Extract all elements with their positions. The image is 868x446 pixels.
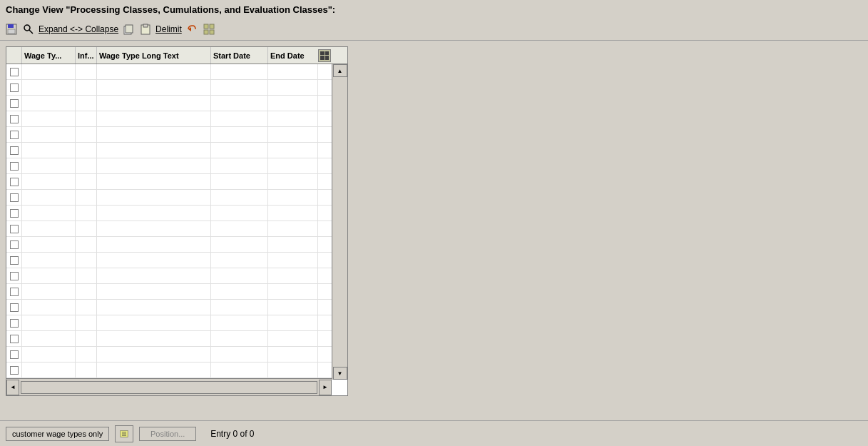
table-cell xyxy=(268,174,318,189)
table-cell xyxy=(211,300,268,315)
scroll-up-btn[interactable]: ▲ xyxy=(333,64,347,77)
table-row[interactable] xyxy=(6,268,347,284)
table-cell xyxy=(97,237,211,252)
table-cell xyxy=(97,315,211,330)
row-checkbox[interactable] xyxy=(6,158,22,173)
save-icon[interactable] xyxy=(4,22,19,36)
table-cell xyxy=(268,80,318,95)
table-row[interactable] xyxy=(6,363,347,378)
table-row[interactable] xyxy=(6,158,347,174)
table-cell xyxy=(211,221,268,236)
table-row[interactable] xyxy=(6,221,347,237)
scroll-right-btn[interactable]: ► xyxy=(319,380,332,395)
row-checkbox[interactable] xyxy=(6,300,22,315)
table-cell xyxy=(76,206,97,221)
svg-rect-12 xyxy=(204,30,208,34)
table-row[interactable] xyxy=(6,96,347,111)
table-cell xyxy=(268,221,318,236)
delimit-label[interactable]: Delimit xyxy=(155,24,182,34)
table-cell xyxy=(211,143,268,158)
copy-icon[interactable] xyxy=(121,22,136,36)
table-cell xyxy=(22,80,76,95)
row-checkbox[interactable] xyxy=(6,284,22,299)
table-cell xyxy=(211,268,268,283)
table-row[interactable] xyxy=(6,315,347,331)
table-cell xyxy=(22,96,76,111)
table-cell xyxy=(211,331,268,346)
row-checkbox[interactable] xyxy=(6,111,22,126)
search-icon[interactable] xyxy=(21,22,36,36)
table-cell xyxy=(97,284,211,299)
row-checkbox[interactable] xyxy=(6,253,22,268)
settings-icon[interactable] xyxy=(202,22,216,36)
scroll-down-btn[interactable]: ▼ xyxy=(333,367,347,380)
row-checkbox[interactable] xyxy=(6,315,22,330)
undo-icon[interactable] xyxy=(185,22,199,36)
table-cell xyxy=(97,268,211,283)
svg-rect-2 xyxy=(8,29,15,34)
table-cell xyxy=(97,127,211,142)
header-wage-type: Wage Ty... xyxy=(22,47,76,64)
header-long-text: Wage Type Long Text xyxy=(97,47,211,64)
table-cell xyxy=(97,331,211,346)
table-row[interactable] xyxy=(6,143,347,158)
table-cell xyxy=(22,363,76,377)
row-checkbox[interactable] xyxy=(6,363,22,377)
row-checkbox[interactable] xyxy=(6,268,22,283)
table-cell xyxy=(211,237,268,252)
row-checkbox[interactable] xyxy=(6,221,22,236)
customer-wage-types-button[interactable]: customer wage types only xyxy=(6,427,109,441)
table-row[interactable] xyxy=(6,331,347,347)
table-cell xyxy=(211,347,268,362)
table-cell xyxy=(97,111,211,126)
table-row[interactable] xyxy=(6,300,347,315)
table-cell xyxy=(22,64,76,79)
table-cell xyxy=(22,347,76,362)
table-row[interactable] xyxy=(6,127,347,143)
table-cell xyxy=(22,331,76,346)
table-cell xyxy=(76,190,97,205)
table-cell xyxy=(97,347,211,362)
table-cell xyxy=(268,143,318,158)
position-icon-btn[interactable] xyxy=(115,425,133,442)
row-checkbox[interactable] xyxy=(6,331,22,346)
table-cell xyxy=(76,111,97,126)
table-row[interactable] xyxy=(6,174,347,190)
table-row[interactable] xyxy=(6,237,347,253)
title-bar: Change View "Processing Classes, Cumulat… xyxy=(0,0,868,18)
paste-icon[interactable] xyxy=(138,22,153,36)
table-row[interactable] xyxy=(6,190,347,206)
row-checkbox[interactable] xyxy=(6,174,22,189)
table-cell xyxy=(97,221,211,236)
table-row[interactable] xyxy=(6,253,347,268)
table-row[interactable] xyxy=(6,64,347,80)
horizontal-scrollbar[interactable]: ◄ ► xyxy=(6,378,332,395)
table-row[interactable] xyxy=(6,111,347,127)
table-cell xyxy=(211,253,268,268)
table-cell xyxy=(22,284,76,299)
row-checkbox[interactable] xyxy=(6,347,22,362)
row-checkbox[interactable] xyxy=(6,190,22,205)
row-checkbox[interactable] xyxy=(6,127,22,142)
row-checkbox[interactable] xyxy=(6,143,22,158)
row-checkbox[interactable] xyxy=(6,64,22,79)
table-row[interactable] xyxy=(6,284,347,300)
page-title: Change View "Processing Classes, Cumulat… xyxy=(6,4,335,15)
table-cell xyxy=(268,237,318,252)
table-cell xyxy=(211,64,268,79)
table-row[interactable] xyxy=(6,206,347,221)
position-button[interactable]: Position... xyxy=(139,427,196,441)
table-row[interactable] xyxy=(6,347,347,363)
expand-collapse-label[interactable]: Expand <-> Collapse xyxy=(39,24,118,34)
row-checkbox[interactable] xyxy=(6,96,22,111)
row-checkbox[interactable] xyxy=(6,80,22,95)
table-row[interactable] xyxy=(6,80,347,96)
row-checkbox[interactable] xyxy=(6,206,22,221)
scroll-left-btn[interactable]: ◄ xyxy=(6,380,19,395)
table-cell xyxy=(76,96,97,111)
column-settings-icon[interactable] xyxy=(318,49,331,62)
table-cell xyxy=(22,268,76,283)
table-cell xyxy=(76,143,97,158)
vertical-scrollbar[interactable]: ▲ ▼ xyxy=(332,64,347,380)
row-checkbox[interactable] xyxy=(6,237,22,252)
